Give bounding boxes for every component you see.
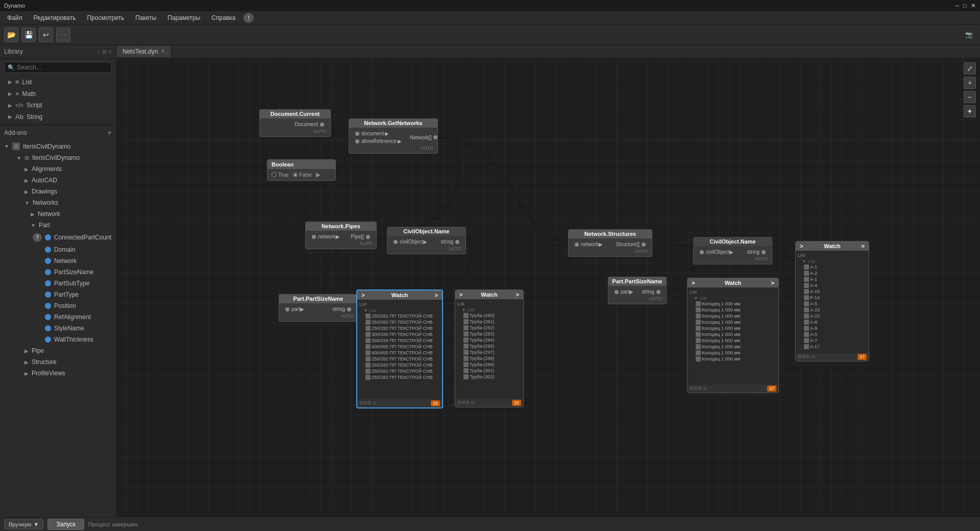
radio-label-true: True — [278, 172, 288, 178]
sidebar-item-refalignment[interactable]: RefAlignment — [0, 311, 116, 323]
node-body: civilObject ▶ string AUTO — [693, 246, 772, 264]
radio-label-false: False — [299, 172, 311, 178]
sidebar-item-script[interactable]: ▶ </> Script — [0, 100, 116, 111]
canvas[interactable]: Document.Current Document AUTO Network.G… — [116, 58, 980, 517]
menu-help[interactable]: Справка — [206, 13, 240, 23]
node-watch-2[interactable]: > Watch > List ▼ List 250/282 ПП ТЕКСТРО… — [356, 289, 443, 408]
menu-view[interactable]: Просмотреть — [82, 13, 129, 23]
sidebar-item-profileviews[interactable]: ▶ ProfileViews — [0, 368, 116, 379]
sidebar-item-network[interactable]: ▶ Network — [0, 208, 116, 220]
sidebar-sort-icon[interactable]: ↕ — [97, 49, 100, 55]
menu-params[interactable]: Параметры — [162, 13, 205, 23]
search-box[interactable]: 🔍 — [4, 62, 112, 73]
node-boolean[interactable]: Boolean True False ▶ — [267, 159, 336, 181]
info-button[interactable]: ! — [243, 13, 254, 23]
addons-plus-btn[interactable]: + — [107, 128, 112, 137]
tab-close-btn[interactable]: ✕ — [161, 49, 165, 54]
sidebar-item-networks[interactable]: ▼ Networks — [0, 197, 116, 208]
save-button[interactable]: 💾 — [21, 28, 36, 42]
sidebar-filter-icon[interactable]: ⊞ — [102, 49, 107, 55]
item-text: Труба-(281) — [470, 319, 494, 324]
item-icon — [463, 362, 469, 367]
node-civilobject-name-1[interactable]: CivilObject.Name civilObject ▶ string — [387, 227, 466, 254]
undo-button[interactable]: ↩ — [39, 28, 53, 42]
sidebar-item-iteris-top[interactable]: ▼ ⊞ IterisCivilDynamo — [0, 140, 116, 152]
menu-file[interactable]: Файл — [2, 13, 28, 23]
search-input[interactable] — [17, 64, 108, 71]
node-body[interactable]: True False ▶ — [267, 169, 335, 180]
sidebar-item-wallthickness[interactable]: WallThickness — [0, 334, 116, 345]
item-icon — [696, 326, 701, 331]
screenshot-button[interactable]: 📷 — [962, 28, 976, 42]
sidebar-label-iteris-top: IterisCivilDynamo — [23, 143, 70, 150]
sidebar-item-position[interactable]: Position — [0, 300, 116, 311]
node-network-structures[interactable]: Network.Structures network ▶ Structure[] — [568, 229, 652, 257]
minimize-btn[interactable]: – — [955, 2, 959, 9]
sidebar-label-network: Network — [38, 210, 60, 218]
sidebar-layout-icon[interactable]: ≡ — [109, 49, 112, 55]
item-icon — [696, 356, 701, 361]
restore-btn[interactable]: □ — [963, 2, 967, 9]
port-dot — [656, 290, 660, 294]
node-document-current[interactable]: Document.Current Document AUTO — [259, 109, 331, 137]
question-badge[interactable]: ? — [33, 233, 42, 242]
sidebar-item-math[interactable]: ▶ × Math — [0, 88, 116, 100]
open-button[interactable]: 📂 — [4, 28, 18, 42]
port-arrow: ▶ — [385, 131, 389, 136]
sidebar-item-iteris-sub[interactable]: ▼ ⊞ IterisCivilDynamo — [0, 152, 116, 163]
sidebar-item-structure[interactable]: ▶ Structure — [0, 356, 116, 368]
add-btn[interactable]: ✦ — [964, 105, 976, 117]
sidebar-item-partsizename[interactable]: PartSizeName — [0, 267, 116, 278]
sidebar-item-partsubtype[interactable]: PartSubType — [0, 278, 116, 289]
item-icon — [804, 289, 809, 294]
port-dot — [394, 240, 398, 244]
node-watch-4[interactable]: > Watch > List ▼ List Колодец 1 000 мм К… — [687, 278, 779, 393]
node-body: network ▶ Pipe[] AUTO — [305, 231, 377, 249]
zoom-in-btn[interactable]: + — [964, 77, 976, 89]
menu-edit[interactable]: Редактировать — [29, 13, 81, 23]
node-auto: AUTO — [694, 256, 772, 262]
watch-list-item: 400/455 ПП ТЕКСТРОЙ СНВ — [365, 350, 440, 356]
node-part-partsize-2[interactable]: Part.PartSizeName part ▶ string — [608, 277, 667, 304]
node-body: civilObject ▶ string AUTO — [387, 236, 466, 254]
sidebar-item-list[interactable]: ▶ ≡ List — [0, 76, 116, 88]
redo-button[interactable]: ↪ — [56, 28, 70, 42]
close-btn[interactable]: ✕ — [971, 2, 976, 9]
sidebar-item-network-item[interactable]: Network — [0, 255, 116, 267]
sidebar-item-drawings[interactable]: ▶ Drawings — [0, 186, 116, 197]
radio-false[interactable]: False — [292, 172, 311, 178]
sidebar-item-stylename[interactable]: StyleName — [0, 323, 116, 334]
radio-true[interactable]: True — [272, 172, 288, 178]
item-icon — [804, 283, 809, 288]
canvas-tab-netstest[interactable]: NetsTest.dyn ✕ — [116, 46, 172, 57]
zoom-out-btn[interactable]: − — [964, 91, 976, 103]
input-port-part: part ▶ — [279, 305, 308, 313]
watch-list-item: А-1 — [804, 264, 867, 270]
sidebar-item-string[interactable]: ▶ Ab String — [0, 111, 116, 123]
port-dot — [455, 240, 459, 244]
sidebar-item-autocad[interactable]: ▶ AutoCAD — [0, 175, 116, 186]
sidebar-item-domain[interactable]: Domain — [0, 244, 116, 255]
node-watch-3[interactable]: > Watch > List ▼ List Труба-(280) Труба-… — [455, 289, 524, 407]
window-controls[interactable]: – □ ✕ — [955, 2, 976, 9]
sidebar-label-structure: Structure — [32, 358, 57, 366]
run-button[interactable]: Запуск — [47, 519, 84, 530]
sidebar-item-part[interactable]: ▼ Part — [0, 220, 116, 231]
node-network-getnetworks[interactable]: Network.GetNetworks document ▶ — [349, 118, 438, 154]
item-icon — [463, 331, 469, 336]
node-watch-1[interactable]: > Watch > List ▼ List А-1 А-2 А-1 А-4 А-… — [795, 241, 869, 361]
node-network-pipes[interactable]: Network.Pipes network ▶ Pipe[] — [305, 222, 377, 249]
math-icon: × — [15, 90, 19, 98]
node-part-partsize-1[interactable]: Part.PartSizeName part ▶ string — [279, 294, 358, 322]
sidebar-label-string: String — [27, 113, 42, 120]
run-mode-select[interactable]: Вручную ▼ — [4, 519, 43, 529]
sidebar-item-pipe[interactable]: ▶ Pipe — [0, 345, 116, 356]
sidebar-item-connectedpartcount[interactable]: ? ConnectedPartCount — [0, 231, 116, 244]
fit-view-btn[interactable]: ⤢ — [964, 62, 976, 75]
menu-packages[interactable]: Пакеты — [130, 13, 161, 23]
watch-list-item: 250/282 ПП ТЕКСТРОЙ СНВ — [365, 319, 440, 325]
node-civilobject-name-2[interactable]: CivilObject.Name civilObject ▶ string — [693, 237, 772, 264]
sidebar-item-parttype[interactable]: PartType — [0, 289, 116, 300]
expand-arrow: ▼ — [4, 143, 9, 149]
sidebar-item-alignments[interactable]: ▶ Alignments — [0, 163, 116, 175]
